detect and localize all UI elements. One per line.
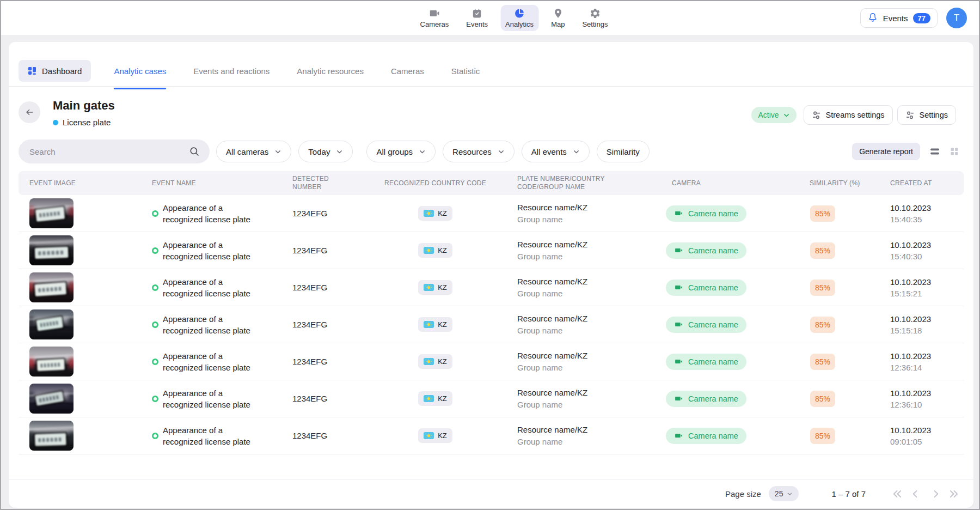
- resource-name: Resource name/KZ: [517, 202, 633, 214]
- license-plate-thumbnail[interactable]: [29, 309, 74, 339]
- group-name: Group name: [517, 325, 633, 337]
- event-name: Appearance of a recognized license plate: [163, 350, 256, 373]
- kz-flag-icon: [424, 395, 434, 402]
- filters-row: All camerasTodayAll groupsResourcesAll e…: [9, 139, 973, 163]
- event-image-cell: [19, 384, 145, 414]
- table-row[interactable]: Appearance of a recognized license plate…: [19, 417, 964, 454]
- search-input[interactable]: [28, 147, 189, 157]
- list-view-button[interactable]: [929, 146, 940, 157]
- pager: [892, 489, 959, 499]
- pagination-range: 1 – 7 of 7: [831, 489, 866, 499]
- generate-report-button[interactable]: Generate report: [852, 143, 920, 160]
- country-code-label: KZ: [438, 357, 447, 366]
- plate-group-cell: Resource name/KZGroup name: [502, 350, 633, 374]
- last-page-button[interactable]: [949, 489, 959, 499]
- nav-item-label: Map: [551, 20, 565, 28]
- search-icon: [189, 146, 200, 157]
- license-plate-thumbnail[interactable]: [29, 198, 74, 228]
- camera-badge[interactable]: Camera name: [666, 391, 746, 407]
- table-row[interactable]: Appearance of a recognized license plate…: [19, 306, 964, 343]
- sliders-icon: [812, 111, 821, 120]
- event-status-ring-icon: [152, 321, 158, 328]
- filter-dropdown-all-cameras[interactable]: All cameras: [216, 141, 291, 162]
- camera-badge[interactable]: Camera name: [666, 428, 746, 444]
- nav-item-label: Analytics: [505, 20, 534, 28]
- event-image-cell: [19, 347, 145, 377]
- filter-dropdown-all-groups[interactable]: All groups: [366, 141, 436, 162]
- created-date: 10.10.2023: [890, 424, 964, 436]
- nav-item-settings[interactable]: Settings: [577, 5, 612, 31]
- table-row[interactable]: Appearance of a recognized license plate…: [19, 343, 964, 380]
- table-row[interactable]: Appearance of a recognized license plate…: [19, 232, 964, 269]
- plate-group-cell: Resource name/KZGroup name: [502, 276, 633, 300]
- resource-name: Resource name/KZ: [517, 313, 633, 325]
- settings-button-label: Settings: [920, 111, 948, 119]
- search-box[interactable]: [19, 139, 210, 163]
- group-name: Group name: [517, 362, 633, 374]
- camera-icon: [674, 357, 683, 366]
- camera-badge[interactable]: Camera name: [666, 280, 746, 296]
- streams-settings-button[interactable]: Streams settings: [804, 105, 893, 125]
- camera-badge[interactable]: Camera name: [666, 354, 746, 370]
- tab-events-and-reactions[interactable]: Events and reactions: [193, 60, 270, 82]
- camera-name: Camera name: [688, 394, 738, 403]
- camera-badge[interactable]: Camera name: [666, 205, 746, 222]
- resource-name: Resource name/KZ: [517, 276, 633, 288]
- analytics-type-dot: [53, 120, 58, 125]
- country-code-cell: KZ: [369, 428, 502, 443]
- license-plate-thumbnail[interactable]: [29, 421, 74, 451]
- back-button[interactable]: [19, 101, 40, 123]
- filter-dropdown-all-events[interactable]: All events: [522, 141, 590, 162]
- event-status-ring-icon: [152, 396, 158, 402]
- event-image-cell: [19, 198, 145, 228]
- events-button[interactable]: Events 77: [860, 8, 938, 28]
- chevron-down-icon: [274, 148, 281, 155]
- topbar: CamerasEventsAnalyticsMapSettings Events…: [1, 1, 979, 35]
- created-time: 15:15:21: [890, 288, 964, 299]
- chevron-down-icon: [498, 148, 505, 155]
- tab-analytic-cases[interactable]: Analytic cases: [114, 60, 166, 82]
- filter-tools: Generate report: [852, 143, 959, 160]
- license-plate-thumbnail[interactable]: [29, 272, 74, 302]
- tab-cameras[interactable]: Cameras: [391, 60, 424, 82]
- similarity-badge: 85%: [810, 242, 835, 259]
- settings-button[interactable]: Settings: [897, 105, 956, 125]
- nav-item-analytics[interactable]: Analytics: [500, 5, 538, 31]
- event-name-cell: Appearance of a recognized license plate: [145, 350, 287, 373]
- license-plate-thumbnail[interactable]: [29, 235, 74, 265]
- nav-item-map[interactable]: Map: [546, 5, 569, 31]
- camera-badge[interactable]: Camera name: [666, 242, 746, 259]
- bell-icon: [867, 12, 878, 25]
- tab-analytic-resources[interactable]: Analytic resources: [297, 60, 364, 82]
- table-row[interactable]: Appearance of a recognized license plate…: [19, 269, 964, 306]
- chevron-down-icon: [419, 148, 426, 155]
- created-at-cell: 10.10.202315:40:35: [878, 202, 964, 225]
- kz-flag-icon: [424, 210, 434, 217]
- prev-page-button[interactable]: [911, 489, 921, 499]
- event-name-cell: Appearance of a recognized license plate: [145, 276, 287, 299]
- status-dropdown[interactable]: Active: [751, 107, 796, 123]
- avatar[interactable]: T: [946, 8, 967, 28]
- filter-dropdown-today[interactable]: Today: [298, 141, 353, 162]
- nav-item-events[interactable]: Events: [461, 5, 493, 31]
- page-size-dropdown[interactable]: 25: [769, 486, 799, 501]
- camera-icon: [674, 431, 683, 440]
- license-plate-thumbnail[interactable]: [29, 384, 74, 414]
- table-row[interactable]: Appearance of a recognized license plate…: [19, 195, 964, 232]
- nav-item-label: Events: [466, 20, 488, 28]
- similarity-filter-button[interactable]: Similarity: [597, 141, 650, 162]
- next-page-button[interactable]: [930, 489, 940, 499]
- filter-dropdown-resources[interactable]: Resources: [443, 141, 514, 162]
- chevron-down-icon: [787, 491, 793, 497]
- license-plate-thumbnail[interactable]: [29, 347, 74, 377]
- table-row[interactable]: Appearance of a recognized license plate…: [19, 380, 964, 417]
- camera-badge[interactable]: Camera name: [666, 317, 746, 333]
- tab-statistic[interactable]: Statistic: [451, 60, 480, 82]
- column-header: PLATE NUMBER/COUNTRY CODE/GROUP NAME: [502, 175, 633, 191]
- grid-view-button[interactable]: [950, 147, 959, 156]
- created-date: 10.10.2023: [890, 202, 964, 214]
- nav-item-cameras[interactable]: Cameras: [415, 5, 454, 31]
- first-page-button[interactable]: [892, 489, 902, 499]
- dashboard-button[interactable]: Dashboard: [19, 60, 91, 82]
- similarity-badge: 85%: [810, 428, 835, 444]
